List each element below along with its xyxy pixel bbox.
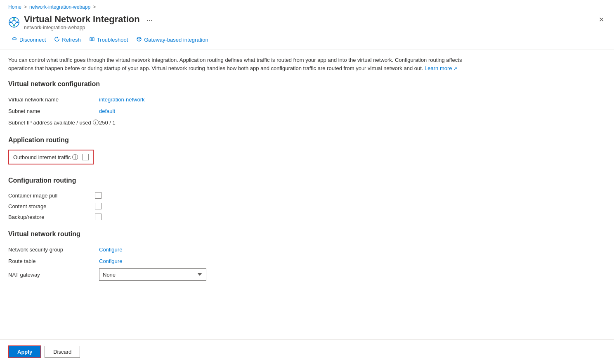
svg-point-8 — [13, 18, 15, 20]
vnet-config-title: Virtual network configuration — [8, 80, 606, 88]
config-routing-title: Configuration routing — [8, 177, 606, 184]
description-text: You can control what traffic goes throug… — [8, 56, 462, 72]
nat-gateway-label: NAT gateway — [8, 272, 99, 278]
vnet-name-row: Virtual network name integration-network — [8, 94, 606, 105]
breadcrumb-home[interactable]: Home — [8, 4, 21, 10]
external-link-icon: ↗ — [453, 66, 457, 71]
disconnect-button[interactable]: Disconnect — [8, 35, 49, 45]
svg-point-9 — [13, 25, 15, 26]
vnet-name-value[interactable]: integration-network — [99, 96, 145, 103]
container-image-label: Container image pull — [8, 193, 91, 199]
troubleshoot-button[interactable]: Troubleshoot — [86, 35, 131, 45]
nsg-row: Network security group Configure — [8, 244, 606, 255]
subnet-name-row: Subnet name default — [8, 105, 606, 117]
nsg-label: Network security group — [8, 247, 99, 253]
outbound-internet-checkbox[interactable] — [82, 154, 89, 160]
gateway-button[interactable]: Gateway-based integration — [133, 35, 211, 45]
more-options-button[interactable]: ··· — [146, 16, 153, 25]
config-routing-table: Container image pull Content storage Bac… — [8, 190, 606, 222]
route-table-configure-link[interactable]: Configure — [99, 258, 122, 264]
nat-gateway-row: NAT gateway None — [8, 267, 606, 282]
breadcrumb-sep-2: > — [93, 4, 96, 10]
backup-restore-checkbox[interactable] — [95, 214, 102, 220]
backup-restore-label: Backup/restore — [8, 214, 91, 220]
vnet-routing-table: Network security group Configure Route t… — [8, 244, 606, 282]
gateway-label: Gateway-based integration — [144, 37, 208, 43]
vnet-name-label: Virtual network name — [8, 96, 99, 103]
content-storage-label: Content storage — [8, 203, 91, 209]
nat-gateway-select[interactable]: None — [99, 268, 206, 281]
vnet-config-table: Virtual network name integration-network… — [8, 94, 606, 128]
outbound-internet-label: Outbound internet traffic i — [13, 154, 78, 160]
nsg-configure-link[interactable]: Configure — [99, 247, 122, 253]
svg-rect-12 — [92, 38, 94, 41]
toolbar: Disconnect Refresh Troubleshoot — [0, 31, 614, 49]
svg-point-6 — [10, 21, 12, 23]
page-container: Home > network-integration-webapp > — [0, 0, 614, 364]
gateway-icon — [136, 36, 142, 43]
main-content: You can control what traffic goes throug… — [0, 49, 614, 339]
subnet-ip-info-icon[interactable]: i — [93, 120, 99, 125]
breadcrumb: Home > network-integration-webapp > — [0, 0, 614, 12]
refresh-button[interactable]: Refresh — [51, 35, 84, 45]
container-image-row: Container image pull — [8, 190, 606, 201]
header-subtitle: network-integration-webapp — [24, 25, 153, 31]
page-title: Virtual Network Integration — [24, 14, 140, 25]
nat-gateway-dropdown-wrapper: None — [99, 268, 206, 281]
backup-restore-row: Backup/restore — [8, 211, 606, 222]
route-table-row: Route table Configure — [8, 255, 606, 267]
refresh-icon — [54, 36, 60, 43]
troubleshoot-icon — [89, 36, 95, 43]
discard-button[interactable]: Discard — [45, 346, 80, 358]
footer: Apply Discard — [0, 339, 614, 364]
app-routing-title: Application routing — [8, 136, 606, 144]
route-table-label: Route table — [8, 258, 99, 264]
disconnect-label: Disconnect — [19, 37, 46, 43]
vnet-icon — [8, 16, 20, 28]
subnet-ip-row: Subnet IP address available / used i 250… — [8, 117, 606, 128]
learn-more-link[interactable]: Learn more — [425, 65, 452, 71]
page-header: Virtual Network Integration ··· network-… — [0, 12, 614, 31]
refresh-label: Refresh — [62, 37, 81, 43]
content-storage-row: Content storage — [8, 201, 606, 211]
header-title-block: Virtual Network Integration ··· network-… — [24, 14, 153, 31]
breadcrumb-webapp[interactable]: network-integration-webapp — [29, 4, 90, 10]
breadcrumb-sep-1: > — [24, 4, 27, 10]
vnet-routing-title: Virtual network routing — [8, 230, 606, 238]
disconnect-icon — [12, 36, 17, 43]
subnet-ip-value: 250 / 1 — [99, 120, 116, 126]
svg-point-1 — [12, 20, 16, 24]
container-image-checkbox[interactable] — [95, 192, 102, 199]
troubleshoot-label: Troubleshoot — [97, 37, 128, 43]
subnet-name-value[interactable]: default — [99, 108, 115, 114]
subnet-name-label: Subnet name — [8, 108, 99, 114]
apply-button[interactable]: Apply — [8, 345, 41, 358]
close-button[interactable]: ✕ — [597, 14, 606, 25]
header-left: Virtual Network Integration ··· network-… — [8, 14, 153, 31]
subnet-ip-label: Subnet IP address available / used i — [8, 120, 99, 126]
content-storage-checkbox[interactable] — [95, 203, 102, 209]
outbound-internet-info-icon[interactable]: i — [72, 154, 78, 160]
svg-rect-11 — [90, 38, 92, 41]
svg-point-7 — [17, 21, 18, 23]
app-routing-box: Outbound internet traffic i — [8, 150, 94, 164]
